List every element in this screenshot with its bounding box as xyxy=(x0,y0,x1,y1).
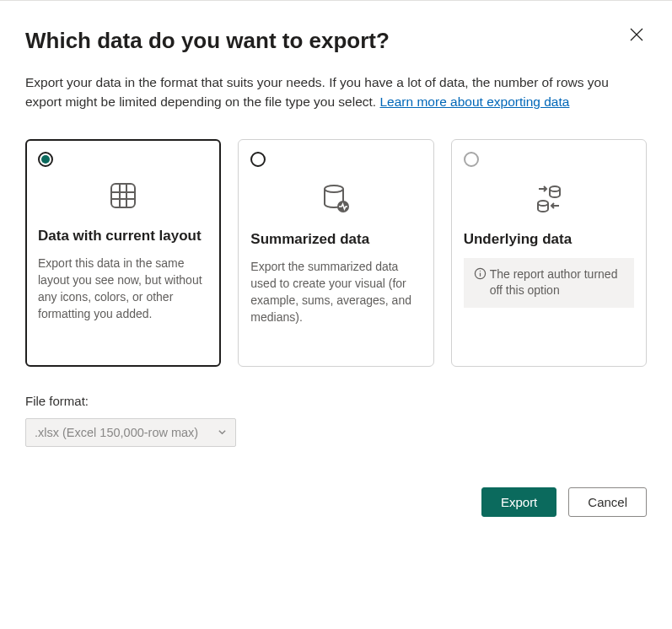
file-format-select: .xlsx (Excel 150,000-row max) xyxy=(25,418,236,447)
radio-disabled-icon xyxy=(464,152,479,167)
export-options: Data with current layout Export this dat… xyxy=(25,139,647,367)
svg-rect-2 xyxy=(111,184,135,207)
chevron-down-icon xyxy=(218,426,227,439)
svg-point-10 xyxy=(538,201,548,206)
info-icon xyxy=(474,267,487,299)
disabled-message-text: The report author turned off this option xyxy=(490,266,624,299)
option-current-layout[interactable]: Data with current layout Export this dat… xyxy=(25,139,221,367)
option-summarized[interactable]: Summarized data Export the summarized da… xyxy=(238,139,433,367)
learn-more-link[interactable]: Learn more about exporting data xyxy=(379,94,569,109)
layout-grid-icon xyxy=(38,172,208,219)
file-format-value: .xlsx (Excel 150,000-row max) xyxy=(35,426,198,439)
export-dialog: Which data do you want to export? Export… xyxy=(0,1,672,542)
dialog-footer: Export Cancel xyxy=(25,487,647,517)
option-title: Underlying data xyxy=(464,231,634,248)
svg-point-9 xyxy=(550,186,560,191)
svg-point-13 xyxy=(480,270,481,271)
database-transfer-icon xyxy=(464,175,634,223)
dialog-subtitle: Export your data in the format that suit… xyxy=(25,73,647,112)
radio-selected-icon xyxy=(38,152,53,167)
option-description: Export this data in the same layout you … xyxy=(38,255,208,323)
export-button[interactable]: Export xyxy=(481,487,556,517)
file-format-label: File format: xyxy=(25,394,647,408)
option-title: Summarized data xyxy=(250,231,421,248)
svg-point-7 xyxy=(325,185,343,192)
option-description: Export the summarized data used to creat… xyxy=(250,258,421,326)
radio-unselected-icon xyxy=(250,152,266,167)
close-icon xyxy=(630,28,643,41)
close-button[interactable] xyxy=(626,24,647,45)
option-underlying: Underlying data The report author turned… xyxy=(451,139,647,367)
option-disabled-message: The report author turned off this option xyxy=(464,258,634,308)
dialog-title: Which data do you want to export? xyxy=(25,28,647,54)
option-title: Data with current layout xyxy=(38,228,208,245)
cancel-button[interactable]: Cancel xyxy=(568,487,647,517)
database-pulse-icon xyxy=(250,175,421,223)
